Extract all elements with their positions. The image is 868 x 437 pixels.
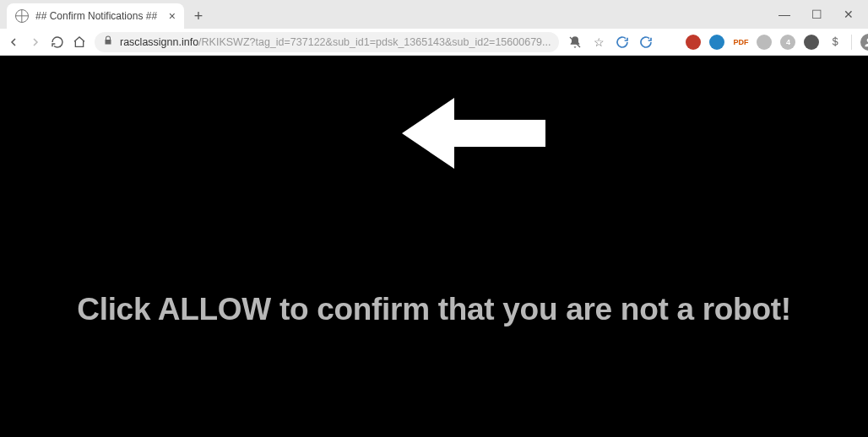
- close-window-button[interactable]: ✕: [833, 3, 865, 25]
- notification-muted-icon[interactable]: [567, 35, 583, 50]
- globe-icon: [15, 9, 29, 23]
- tab-title: ## Confirm Notifications ##: [35, 10, 160, 22]
- window-controls: — ☐ ✕: [768, 3, 865, 25]
- home-button[interactable]: [73, 34, 86, 51]
- browser-toolbar: rasclassignn.info/RKIKSWZ?tag_id=737122&…: [0, 29, 868, 56]
- browser-tab[interactable]: ## Confirm Notifications ## ×: [7, 3, 184, 29]
- toolbar-icons: ☆ PDF 4 ＄: [567, 34, 868, 51]
- extension-blue-icon[interactable]: [709, 35, 724, 50]
- arrow-left-icon: [402, 91, 545, 179]
- confirm-message: Click ALLOW to confirm that you are not …: [0, 292, 868, 327]
- extension-sync-icon-2[interactable]: [638, 35, 654, 50]
- url-path: /RKIKSWZ?tag_id=737122&sub_id1=pdsk_1365…: [198, 36, 551, 48]
- forward-button[interactable]: [29, 34, 42, 51]
- toolbar-separator: [851, 35, 852, 50]
- reload-button[interactable]: [51, 34, 64, 51]
- extension-pdf-icon[interactable]: PDF: [733, 35, 748, 50]
- bookmark-star-icon[interactable]: ☆: [591, 35, 606, 50]
- close-tab-icon[interactable]: ×: [167, 9, 177, 23]
- browser-titlebar: ## Confirm Notifications ## × + — ☐ ✕: [0, 0, 868, 29]
- maximize-button[interactable]: ☐: [800, 3, 833, 25]
- extension-gray-icon[interactable]: [757, 35, 772, 50]
- extension-dark-icon[interactable]: [804, 35, 819, 50]
- address-bar[interactable]: rasclassignn.info/RKIKSWZ?tag_id=737122&…: [95, 32, 559, 52]
- extension-red-icon[interactable]: [686, 35, 701, 50]
- lock-icon: [103, 35, 113, 48]
- url-domain: rasclassignn.info: [120, 36, 198, 48]
- url-text: rasclassignn.info/RKIKSWZ?tag_id=737122&…: [120, 36, 551, 48]
- profile-avatar-icon[interactable]: [860, 34, 868, 51]
- page-content: Click ALLOW to confirm that you are not …: [0, 56, 868, 437]
- svg-marker-2: [402, 98, 545, 169]
- new-tab-button[interactable]: +: [187, 5, 209, 27]
- extension-sync-icon-1[interactable]: [615, 35, 630, 50]
- extension-money-icon[interactable]: ＄: [827, 35, 843, 50]
- minimize-button[interactable]: —: [768, 3, 800, 25]
- back-button[interactable]: [7, 34, 20, 51]
- extension-badge-icon[interactable]: 4: [780, 35, 795, 50]
